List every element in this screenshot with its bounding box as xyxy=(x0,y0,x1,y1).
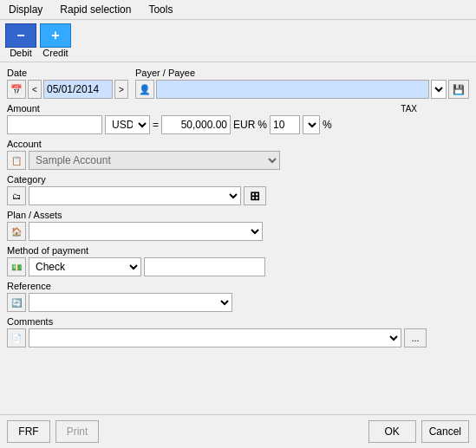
credit-icon: + xyxy=(51,28,59,43)
save-icon: 💾 xyxy=(453,84,465,95)
tax-percent-sign: % xyxy=(258,119,267,131)
bottom-right: OK Cancel xyxy=(368,420,469,443)
ok-button[interactable]: OK xyxy=(368,420,416,443)
payment-section: Method of payment 💵 Check xyxy=(7,245,469,276)
comments-section: Comments 📄 ... xyxy=(7,316,469,347)
tax-select[interactable] xyxy=(303,115,320,134)
currency-usd-select[interactable]: USD xyxy=(105,115,150,134)
account-icon: 📋 xyxy=(11,156,22,166)
bottom-bar: FRF Print OK Cancel xyxy=(0,414,476,448)
account-icon-btn[interactable]: 📋 xyxy=(7,151,26,170)
reference-icon: 🔄 xyxy=(11,298,22,308)
plan-icon-btn[interactable]: 🏠 xyxy=(7,222,26,241)
split-icon: ⊞ xyxy=(250,189,260,203)
credit-button[interactable]: + xyxy=(40,23,71,48)
menu-display[interactable]: Display xyxy=(5,2,46,17)
account-label: Account xyxy=(7,139,469,149)
date-input[interactable] xyxy=(43,80,113,99)
payment-icon-btn[interactable]: 💵 xyxy=(7,257,26,276)
payer-controls: 👤 💾 xyxy=(135,80,469,99)
bottom-left: FRF Print xyxy=(7,420,99,443)
payer-section: Payer / Payee 👤 💾 xyxy=(135,68,469,99)
calendar-icon-btn[interactable]: 📅 xyxy=(7,80,26,99)
currency-eur-label: EUR xyxy=(233,119,255,131)
plan-controls: 🏠 xyxy=(7,222,469,241)
reference-controls: 🔄 xyxy=(7,293,469,312)
amount-usd-input[interactable] xyxy=(7,115,102,134)
debit-label: Debit xyxy=(10,48,32,58)
date-prev-btn[interactable]: < xyxy=(28,80,42,99)
comments-icon-btn[interactable]: 📄 xyxy=(7,328,26,347)
amount-label-row: Amount TAX xyxy=(7,103,469,114)
date-label: Date xyxy=(7,68,128,78)
calendar-icon: 📅 xyxy=(10,84,23,95)
plan-section: Plan / Assets 🏠 xyxy=(7,210,469,241)
payer-label: Payer / Payee xyxy=(135,68,469,78)
account-controls: 📋 Sample Account xyxy=(7,151,469,170)
payment-icon: 💵 xyxy=(11,263,22,272)
credit-group: + Credit xyxy=(40,23,71,58)
tax-input[interactable] xyxy=(270,115,300,134)
payer-icon: 👤 xyxy=(139,84,151,95)
frf-button[interactable]: FRF xyxy=(7,420,50,443)
reference-select[interactable] xyxy=(29,293,232,312)
ellipsis-icon: ... xyxy=(411,333,419,343)
category-select[interactable] xyxy=(29,186,241,205)
menu-rapid-selection[interactable]: Rapid selection xyxy=(56,2,134,17)
category-icon: 🗂 xyxy=(12,192,21,201)
comments-ellipsis-btn[interactable]: ... xyxy=(404,328,427,347)
plan-label: Plan / Assets xyxy=(7,210,469,220)
category-icon-btn[interactable]: 🗂 xyxy=(7,186,26,205)
category-controls: 🗂 ⊞ xyxy=(7,186,469,205)
main-form: Date 📅 < > Payer / Payee 👤 💾 xyxy=(0,62,476,357)
date-payer-row: Date 📅 < > Payer / Payee 👤 💾 xyxy=(7,68,469,99)
reference-label: Reference xyxy=(7,281,469,291)
reference-icon-btn[interactable]: 🔄 xyxy=(7,293,26,312)
print-button[interactable]: Print xyxy=(55,420,99,443)
plan-icon: 🏠 xyxy=(11,227,22,237)
account-section: Account 📋 Sample Account xyxy=(7,139,469,170)
category-label: Category xyxy=(7,174,469,185)
tax-label: TAX xyxy=(401,104,417,114)
cancel-button[interactable]: Cancel xyxy=(421,420,469,443)
payment-controls: 💵 Check xyxy=(7,257,469,276)
date-controls: 📅 < > xyxy=(7,80,128,99)
debit-icon: − xyxy=(16,28,24,43)
comments-icon: 📄 xyxy=(11,334,22,343)
menu-tools[interactable]: Tools xyxy=(145,2,176,17)
equals-sign: = xyxy=(153,119,159,131)
category-section: Category 🗂 ⊞ xyxy=(7,174,469,205)
payer-select[interactable] xyxy=(431,80,447,99)
menubar: Display Rapid selection Tools xyxy=(0,0,476,20)
plan-select[interactable] xyxy=(29,222,263,241)
date-section: Date 📅 < > xyxy=(7,68,128,99)
save-payer-btn[interactable]: 💾 xyxy=(448,80,469,99)
amount-controls: USD = EUR % % xyxy=(7,115,469,134)
comments-label: Comments xyxy=(7,316,469,327)
category-split-btn[interactable]: ⊞ xyxy=(244,186,266,205)
payer-icon-btn[interactable]: 👤 xyxy=(135,80,154,99)
reference-section: Reference 🔄 xyxy=(7,281,469,312)
payment-select[interactable]: Check xyxy=(29,257,141,276)
toolbar: − Debit + Credit xyxy=(0,20,476,62)
amount-section: Amount TAX USD = EUR % % xyxy=(7,103,469,134)
comments-controls: 📄 ... xyxy=(7,328,469,347)
amount-eur-input[interactable] xyxy=(161,115,231,134)
debit-button[interactable]: − xyxy=(5,23,36,48)
date-next-btn[interactable]: > xyxy=(114,80,128,99)
tax-pct-label: % xyxy=(323,119,332,131)
amount-label: Amount xyxy=(7,103,40,114)
account-select[interactable]: Sample Account xyxy=(29,151,280,170)
payer-input[interactable] xyxy=(156,80,429,99)
payment-extra-input[interactable] xyxy=(144,257,265,276)
comments-select[interactable] xyxy=(29,328,401,347)
debit-group: − Debit xyxy=(5,23,36,58)
payment-label: Method of payment xyxy=(7,245,469,256)
credit-label: Credit xyxy=(42,48,68,58)
